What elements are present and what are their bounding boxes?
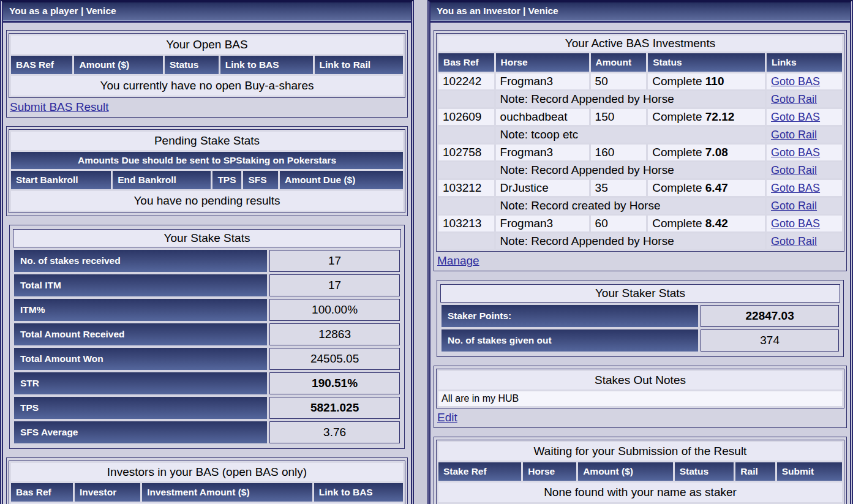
stake-stats-title: Your Stake Stats <box>13 229 401 247</box>
status-cell: Complete 6.47 <box>648 180 765 196</box>
column-header: End Bankroll <box>113 171 211 189</box>
staker-stats-table: Staker Points: 22847.03 No. of stakes gi… <box>439 303 841 354</box>
goto-bas-link[interactable]: Goto BAS <box>771 182 820 194</box>
stat-label: STR <box>14 372 267 394</box>
column-header: Horse <box>523 462 576 481</box>
stat-value: 12863 <box>269 323 400 345</box>
notes-title: Stakes Out Notes <box>438 371 842 389</box>
goto-rail-link[interactable]: Goto Rail <box>771 129 817 141</box>
investor-column-body: Your Active BAS Investments Bas RefHorse… <box>430 23 850 504</box>
stat-label: ITM% <box>14 299 267 321</box>
investor-column: You as an Investor | Venice Your Active … <box>427 0 853 504</box>
goto-rail-link[interactable]: Goto Rail <box>771 200 817 212</box>
page: You as a player | Venice Your Open BAS B… <box>0 0 853 504</box>
bas-ref-cell: 103213 <box>438 216 494 231</box>
investment-row: 102242 Frogman3 50 Complete 110 Goto BAS <box>438 73 842 89</box>
horse-cell: Frogman3 <box>496 73 589 89</box>
column-header: Amount ($) <box>74 56 162 74</box>
investors-panel: Investors in your BAS (open BAS only) Ba… <box>6 457 408 504</box>
investment-note-row: Note: tcoop etc Goto Rail <box>438 127 842 143</box>
column-header: Rail <box>735 462 775 481</box>
column-header: Link to BAS <box>220 56 313 74</box>
waiting-submission-panel: Waiting for your Submission of the Resul… <box>434 437 847 504</box>
stat-value: 374 <box>701 329 839 352</box>
stat-value: 17 <box>269 274 400 296</box>
column-header: Bas Ref <box>438 53 494 72</box>
column-header: Link to Rail <box>315 56 403 74</box>
stat-row: TPS 5821.025 <box>14 397 400 419</box>
column-header: Investment Amount ($) <box>142 483 312 502</box>
open-bas-empty-message: You currently have no open Buy-a-shares <box>11 76 403 96</box>
goto-bas-link[interactable]: Goto BAS <box>771 217 820 230</box>
investment-row: 103212 DrJustice 35 Complete 6.47 Goto B… <box>438 180 842 196</box>
column-header: TPS <box>212 171 241 189</box>
note-cell: Note: Record Appended by Horse <box>496 91 765 107</box>
investors-table: Investors in your BAS (open BAS only) Ba… <box>9 461 405 504</box>
goto-rail-link[interactable]: Goto Rail <box>771 164 817 176</box>
notes-frame: Stakes Out Notes All are in my HUB <box>436 369 844 408</box>
links-cell: Goto Rail <box>767 198 842 214</box>
column-header: Submit <box>777 462 842 481</box>
stat-value: 24505.05 <box>269 348 400 370</box>
investment-row: 102609 ouchbadbeat 150 Complete 72.12 Go… <box>438 109 842 125</box>
links-cell: Goto BAS <box>767 145 842 160</box>
bas-ref-cell: 102609 <box>438 109 494 125</box>
player-titlebar: You as a player | Venice <box>3 2 411 23</box>
links-cell: Goto BAS <box>767 180 842 196</box>
goto-bas-link[interactable]: Goto BAS <box>771 75 820 88</box>
links-cell: Goto Rail <box>767 91 842 107</box>
status-value: 8.42 <box>705 217 728 230</box>
pending-table-frame: Pending Stake Stats Amounts Due should b… <box>9 129 405 213</box>
goto-rail-link[interactable]: Goto Rail <box>771 235 817 247</box>
horse-cell: Frogman3 <box>496 216 589 231</box>
bas-ref-cell: 102242 <box>438 73 494 89</box>
column-header: Stake Ref <box>438 462 521 481</box>
note-cell: Note: tcoop etc <box>496 127 765 143</box>
bas-ref-cell: 102758 <box>438 145 494 160</box>
links-cell: Goto BAS <box>767 109 842 125</box>
player-column: You as a player | Venice Your Open BAS B… <box>0 0 414 504</box>
edit-notes-link[interactable]: Edit <box>437 411 457 424</box>
staker-stats-panel: Your Staker Stats Staker Points: 22847.0… <box>437 280 844 357</box>
stat-row: SFS Average 3.76 <box>14 421 400 443</box>
goto-bas-link[interactable]: Goto BAS <box>771 146 820 159</box>
manage-link[interactable]: Manage <box>437 254 479 268</box>
pending-stake-stats-panel: Pending Stake Stats Amounts Due should b… <box>6 126 408 216</box>
staker-stats-title: Your Staker Stats <box>440 284 840 303</box>
horse-cell: ouchbadbeat <box>496 109 589 125</box>
empty-cell <box>438 127 494 143</box>
horse-cell: Frogman3 <box>496 145 589 160</box>
amount-cell: 50 <box>591 73 647 89</box>
pending-subtitle: Amounts Due should be sent to SPStaking … <box>11 152 403 169</box>
stat-label: Total ITM <box>14 274 267 296</box>
amount-cell: 160 <box>591 145 647 160</box>
column-header: Amount <box>591 53 647 72</box>
goto-bas-link[interactable]: Goto BAS <box>771 111 820 123</box>
note-cell: Note: Record Appended by Horse <box>496 162 765 178</box>
active-investments-panel: Your Active BAS Investments Bas RefHorse… <box>434 30 847 271</box>
stat-row: Staker Points: 22847.03 <box>442 305 839 327</box>
column-header: Status <box>165 56 219 74</box>
investment-note-row: Note: Record Appended by Horse Goto Rail <box>438 91 842 107</box>
investments-table-frame: Your Active BAS Investments Bas RefHorse… <box>436 33 844 252</box>
column-header: Start Bankroll <box>11 171 111 189</box>
submit-bas-result-link[interactable]: Submit BAS Result <box>10 100 109 114</box>
investors-table-frame: Investors in your BAS (open BAS only) Ba… <box>9 461 405 504</box>
stat-label: No. of stakes given out <box>442 329 698 352</box>
investors-title: Investors in your BAS (open BAS only) <box>11 463 403 481</box>
empty-cell <box>438 162 494 178</box>
column-header: Horse <box>496 53 589 72</box>
column-header: Amount ($) <box>578 462 673 481</box>
status-value: 7.08 <box>705 146 728 159</box>
notes-text: All are in my HUB <box>438 391 842 406</box>
status-cell: Complete 110 <box>648 73 765 89</box>
investment-note-row: Note: Record Appended by Horse Goto Rail <box>438 233 842 249</box>
stat-row: ITM% 100.00% <box>14 299 400 321</box>
stat-row: Total Amount Received 12863 <box>14 323 400 345</box>
empty-cell <box>438 233 494 249</box>
status-cell: Complete 72.12 <box>648 109 765 125</box>
pending-empty-message: You have no pending results <box>11 191 403 211</box>
goto-rail-link[interactable]: Goto Rail <box>771 93 817 105</box>
open-bas-table-frame: Your Open BAS BAS RefAmount ($)StatusLin… <box>9 33 405 98</box>
player-column-body: Your Open BAS BAS RefAmount ($)StatusLin… <box>3 23 411 504</box>
